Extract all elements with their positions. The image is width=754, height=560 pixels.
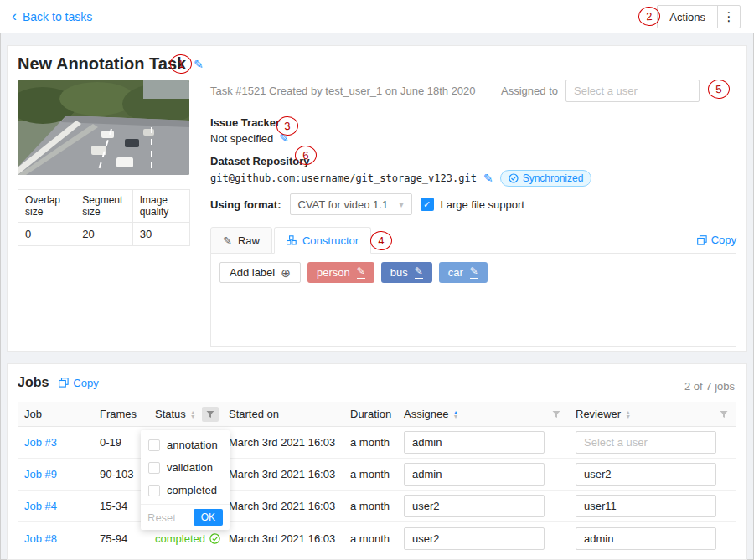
job-link[interactable]: Job #9: [24, 468, 57, 480]
filter-ok-button[interactable]: OK: [194, 509, 223, 526]
tab-raw[interactable]: ✎ Raw: [210, 227, 272, 254]
road-scene: [18, 80, 189, 175]
assignee-select-input[interactable]: [566, 80, 700, 102]
checkbox-completed[interactable]: [148, 485, 160, 496]
cvat-task-page: ‹ Back to tasks Actions ⋮ New Annotation…: [0, 0, 754, 560]
status-text: completed: [155, 532, 205, 545]
chevron-down-icon: ▾: [399, 200, 403, 209]
sort-assignee-icon[interactable]: ▲▼: [452, 410, 458, 419]
filter-footer: Reset OK: [141, 504, 230, 530]
job-link[interactable]: Job #8: [24, 532, 57, 545]
jobs-table: Job Frames Status ▲▼ Started on Duration…: [18, 402, 736, 554]
edit-title-icon[interactable]: ✎: [194, 58, 204, 71]
add-label-text: Add label: [230, 266, 275, 279]
assignee-input[interactable]: [404, 431, 545, 454]
job-status-completed: completed: [155, 532, 220, 545]
copy-jobs-link[interactable]: Copy: [59, 377, 98, 389]
assignee-input[interactable]: [404, 495, 545, 517]
filter-status-icon[interactable]: [202, 407, 219, 422]
more-menu-icon[interactable]: ⋮: [718, 6, 740, 28]
jobs-card: Jobs Copy 2 of 7 jobs Job Frames Status …: [7, 363, 747, 560]
table-row-job8: Job #8 75-94 completed March 3rd 2021 16…: [18, 522, 736, 554]
task-detail-card: New Annotation Task ✎: [7, 45, 747, 352]
back-label: Back to tasks: [23, 10, 92, 23]
param-header: Segment size: [75, 190, 132, 223]
jobs-count: 2 of 7 jobs: [684, 380, 735, 393]
filter-option-label: annotation: [167, 439, 218, 451]
filter-assignee-icon[interactable]: [552, 410, 560, 419]
add-label-button[interactable]: Add label ⊕: [219, 262, 301, 283]
labels-constructor-panel: Add label ⊕ person ✎ bus ✎ car ✎: [210, 253, 736, 347]
constructor-icon: [287, 235, 297, 245]
param-value: 30: [132, 223, 189, 246]
column-assignee-label: Assignee: [404, 408, 448, 420]
checkbox-annotation[interactable]: [148, 439, 160, 451]
column-reviewer: Reviewer ▲▼: [569, 408, 736, 420]
filter-option-annotation[interactable]: annotation: [141, 434, 230, 456]
filter-option-completed[interactable]: completed: [141, 479, 230, 501]
sync-check-icon: [509, 173, 519, 183]
export-format-row: Using format: CVAT for video 1.1 ▾ ✓ Lar…: [210, 193, 524, 215]
sync-status-text: Synchronized: [523, 172, 584, 184]
sort-reviewer-icon[interactable]: ▲▼: [625, 410, 631, 419]
task-meta: Task #1521 Created by test_user_1 on Jun…: [210, 85, 476, 97]
edit-repository-icon[interactable]: ✎: [483, 172, 493, 185]
filter-reset-button[interactable]: Reset: [147, 511, 176, 524]
assignee-input[interactable]: [404, 527, 545, 550]
column-job: Job: [18, 408, 93, 420]
copy-icon: [697, 235, 707, 245]
edit-label-icon[interactable]: ✎: [415, 266, 423, 278]
job-duration: a month: [343, 532, 397, 545]
actions-dropdown-button[interactable]: Actions ⋮: [657, 5, 741, 28]
format-label: Using format:: [210, 198, 281, 211]
job-duration: a month: [343, 468, 397, 480]
job-link[interactable]: Job #4: [24, 500, 57, 512]
status-filter-dropdown: annotation validation completed Reset OK: [141, 430, 230, 530]
reviewer-input[interactable]: [576, 463, 716, 486]
jobs-table-header: Job Frames Status ▲▼ Started on Duration…: [18, 402, 736, 427]
param-value: 0: [18, 223, 75, 246]
issue-tracker-label: Issue Tracker: [210, 116, 280, 129]
assigned-to-row: Assigned to: [501, 80, 700, 102]
large-file-checkbox[interactable]: ✓: [421, 198, 434, 211]
assignee-input[interactable]: [404, 463, 545, 486]
copy-labels-link[interactable]: Copy: [697, 234, 736, 246]
filter-option-validation[interactable]: validation: [141, 456, 230, 479]
labels-tabs: ✎ Raw Constructor Copy: [210, 226, 736, 254]
actions-label[interactable]: Actions: [658, 6, 718, 28]
format-select[interactable]: CVAT for video 1.1 ▾: [290, 193, 412, 215]
edit-label-icon[interactable]: ✎: [357, 266, 365, 278]
copy-icon: [59, 378, 69, 388]
reviewer-input[interactable]: [576, 527, 716, 550]
label-name: bus: [390, 266, 408, 279]
assigned-to-label: Assigned to: [501, 85, 558, 97]
repository-url: git@github.com:username/git_storage_v123…: [210, 172, 477, 184]
label-chip-bus[interactable]: bus ✎: [381, 262, 432, 283]
param-header: Image quality: [132, 190, 189, 223]
raw-edit-icon: ✎: [223, 234, 232, 247]
table-row-job9: Job #9 90-103 March 3rd 2021 16:03 a mon…: [18, 459, 736, 491]
column-assignee: Assignee ▲▼: [397, 408, 569, 420]
column-frames: Frames: [93, 408, 148, 420]
back-to-tasks-link[interactable]: ‹ Back to tasks: [12, 0, 92, 33]
job-frames: 75-94: [93, 532, 148, 545]
reviewer-input[interactable]: [576, 495, 716, 517]
label-chip-car[interactable]: car ✎: [439, 262, 488, 283]
dataset-repository-row: git@github.com:username/git_storage_v123…: [210, 170, 591, 187]
tab-constructor[interactable]: Constructor: [274, 227, 371, 254]
filter-reviewer-icon[interactable]: [720, 410, 728, 419]
reviewer-input[interactable]: [576, 431, 716, 454]
sort-status-icon[interactable]: ▲▼: [190, 410, 196, 419]
back-chevron-icon: ‹: [12, 8, 17, 23]
param-value: 20: [75, 223, 132, 246]
task-params-table: Overlap size Segment size Image quality …: [18, 189, 190, 246]
column-duration: Duration: [343, 408, 397, 420]
table-row-job4: Job #4 15-34 March 3rd 2021 16:03 a mont…: [18, 491, 736, 522]
column-status: Status ▲▼: [148, 407, 222, 422]
checkbox-validation[interactable]: [148, 462, 160, 474]
column-started: Started on: [222, 408, 343, 420]
job-link[interactable]: Job #3: [24, 436, 57, 449]
column-reviewer-label: Reviewer: [576, 408, 621, 420]
label-chip-person[interactable]: person ✎: [307, 262, 374, 283]
edit-label-icon[interactable]: ✎: [470, 266, 478, 278]
